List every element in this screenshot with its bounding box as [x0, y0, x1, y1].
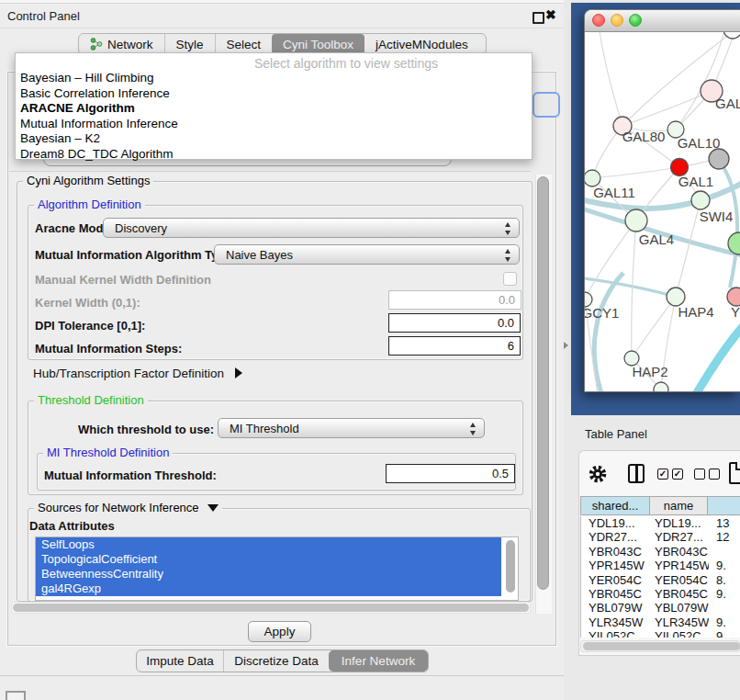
algorithm-option[interactable]: ARACNE Algorithm — [16, 101, 532, 117]
algorithm-option[interactable]: Bayesian – Hill Climbing — [16, 71, 532, 86]
tab-jactivemnodules[interactable]: jActiveMNodules — [364, 34, 479, 54]
network-node[interactable] — [625, 209, 647, 231]
network-edge[interactable] — [585, 277, 676, 297]
mi-type-select[interactable]: Naive Bayes — [214, 244, 520, 265]
table-cell[interactable]: YDL19... — [651, 516, 709, 530]
table-cell[interactable]: 9. — [709, 587, 740, 601]
tab-network[interactable]: Network — [79, 34, 164, 54]
table-cell[interactable]: YER054C — [651, 573, 709, 587]
table-cell[interactable]: YIL052C — [651, 629, 709, 638]
network-edge[interactable] — [695, 322, 740, 391]
algorithm-option[interactable]: Dream8 DC_TDC Algorithm — [16, 147, 532, 163]
table-row[interactable]: YER054CYER054C8. — [581, 573, 740, 587]
table-cell[interactable]: YBR043C — [581, 545, 651, 559]
algorithm-option[interactable]: Bayesian – K2 — [16, 131, 532, 147]
table-cell[interactable]: YDR27... — [651, 530, 709, 544]
which-threshold-select[interactable]: MI Threshold — [218, 418, 485, 438]
table-cell[interactable]: YDL19... — [581, 516, 651, 530]
data-attribute-item[interactable]: gal4RGexp — [36, 581, 501, 596]
table-cell[interactable]: YBR043C — [651, 545, 709, 559]
manual-kernel-checkbox[interactable] — [503, 272, 517, 286]
table-cell[interactable]: YPR145W — [651, 559, 709, 572]
settings-vscrollbar-thumb[interactable] — [537, 176, 549, 590]
table-cell[interactable] — [709, 601, 740, 615]
mi-steps-field[interactable]: 6 — [388, 336, 521, 356]
table-hscrollbar-thumb[interactable] — [583, 642, 740, 650]
table-row[interactable]: YBR045CYBR045C9. — [581, 587, 740, 601]
deselect-all-icon[interactable] — [709, 469, 720, 480]
table-cell[interactable]: YBR045C — [581, 587, 651, 601]
tab-select[interactable]: Select — [215, 34, 273, 54]
network-edge[interactable] — [600, 31, 622, 126]
gear-icon[interactable] — [588, 464, 608, 484]
table-cell[interactable] — [709, 545, 740, 559]
network-edge[interactable] — [632, 220, 636, 358]
close-window-icon[interactable] — [592, 14, 605, 27]
tab-style[interactable]: Style — [164, 34, 215, 54]
tab-cyni-toolbox[interactable]: Cyni Toolbox — [272, 34, 364, 54]
table-row[interactable]: YDR27...YDR27...12 — [581, 530, 740, 544]
node-table[interactable]: YDL19...YDL19...13YDR27...YDR27...12YBR0… — [580, 516, 740, 638]
dpi-tolerance-field[interactable]: 0.0 — [388, 313, 521, 333]
tab-impute-data[interactable]: Impute Data — [137, 650, 223, 672]
mi-threshold-field[interactable]: 0.5 — [386, 464, 515, 483]
columns-icon[interactable] — [628, 464, 645, 483]
network-node[interactable] — [667, 288, 685, 306]
table-cell[interactable]: YLR345W — [651, 615, 709, 629]
table-cell[interactable]: 8. — [709, 573, 740, 587]
list-scrollbar-thumb[interactable] — [506, 540, 515, 593]
network-edge[interactable] — [592, 167, 679, 178]
network-edge[interactable] — [632, 297, 676, 358]
table-cell[interactable]: YBL079W — [581, 601, 651, 615]
network-edge[interactable] — [722, 164, 737, 288]
algorithm-option[interactable]: Basic Correlation Inference — [16, 86, 532, 102]
network-canvas[interactable]: GALGAL80GAL10GAL1GAL11SWI4GAL4GCY1HAP4YH… — [585, 31, 740, 391]
close-icon[interactable]: ✖ — [545, 7, 556, 22]
deselect-all-icon[interactable] — [694, 469, 705, 480]
hub-expander[interactable]: Hub/Transcription Factor Definition — [33, 367, 242, 380]
minimize-window-icon[interactable] — [611, 14, 623, 27]
column-header-partial[interactable] — [707, 496, 740, 515]
select-all-icon[interactable]: ✓ — [657, 469, 668, 480]
table-cell[interactable]: 12 — [709, 530, 740, 544]
document-icon[interactable] — [729, 462, 740, 484]
data-attribute-item[interactable]: SelfLoops — [36, 537, 501, 552]
data-attribute-item[interactable]: TopologicalCoefficient — [36, 552, 501, 567]
table-cell[interactable]: 9. — [709, 615, 740, 629]
settings-hscrollbar-thumb[interactable] — [13, 604, 529, 612]
network-node[interactable] — [654, 382, 668, 391]
split-pane-handle[interactable] — [564, 342, 568, 349]
table-row[interactable]: YBR043CYBR043C — [581, 545, 740, 559]
zoom-window-icon[interactable] — [629, 14, 642, 27]
network-edge[interactable] — [676, 31, 724, 130]
table-row[interactable]: YPR145WYPR145W9. — [581, 559, 740, 572]
table-cell[interactable]: 9. — [709, 559, 740, 572]
table-cell[interactable]: YPR145W — [581, 559, 651, 572]
table-cell[interactable]: YDR27... — [581, 530, 651, 544]
apply-button[interactable]: Apply — [248, 621, 311, 642]
sources-expander[interactable]: Sources for Network Inference — [34, 501, 222, 514]
table-cell[interactable]: YIL052C — [581, 629, 651, 638]
network-edge[interactable] — [594, 273, 623, 391]
column-header-shared-name[interactable]: shared... — [580, 496, 650, 515]
data-attribute-item[interactable]: BetweennessCentrality — [36, 567, 501, 581]
table-cell[interactable]: YLR345W — [581, 615, 651, 629]
column-header-name[interactable]: name — [649, 496, 708, 515]
float-window-icon[interactable] — [533, 12, 544, 24]
select-all-icon[interactable]: ✓ — [672, 469, 683, 480]
table-cell[interactable]: YBL079W — [651, 601, 709, 615]
network-node[interactable] — [723, 31, 740, 39]
network-edge[interactable] — [622, 91, 712, 126]
table-cell[interactable]: YBR045C — [651, 587, 709, 601]
network-edge[interactable] — [676, 200, 701, 297]
table-row[interactable]: YDL19...YDL19...13 — [581, 516, 740, 530]
table-row[interactable]: YIL052CYIL052C9 — [581, 629, 740, 638]
table-cell[interactable]: 13 — [709, 516, 740, 530]
minimized-panel-icon[interactable] — [6, 691, 26, 700]
network-window-titlebar[interactable] — [585, 10, 740, 32]
hidden-focused-combo[interactable] — [533, 92, 560, 118]
kernel-width-field[interactable]: 0.0 — [388, 290, 521, 310]
aracne-mode-select[interactable]: Discovery — [103, 218, 520, 238]
table-cell[interactable]: 9 — [709, 629, 740, 638]
network-view-window[interactable]: GALGAL80GAL10GAL1GAL11SWI4GAL4GCY1HAP4YH… — [584, 9, 740, 392]
